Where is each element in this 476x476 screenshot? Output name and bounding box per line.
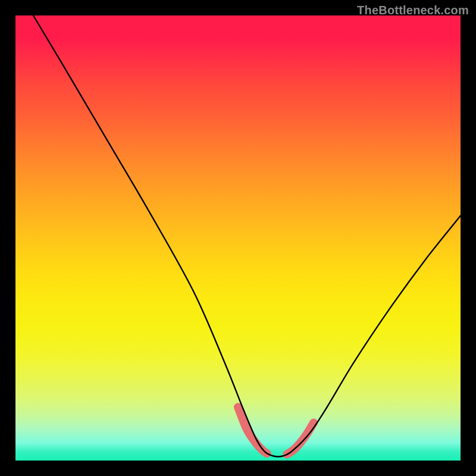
bottleneck-curve [33, 15, 461, 456]
chart-stage: TheBottleneck.com [0, 0, 476, 476]
attribution-text: TheBottleneck.com [357, 4, 469, 17]
curve-layer [15, 15, 461, 461]
